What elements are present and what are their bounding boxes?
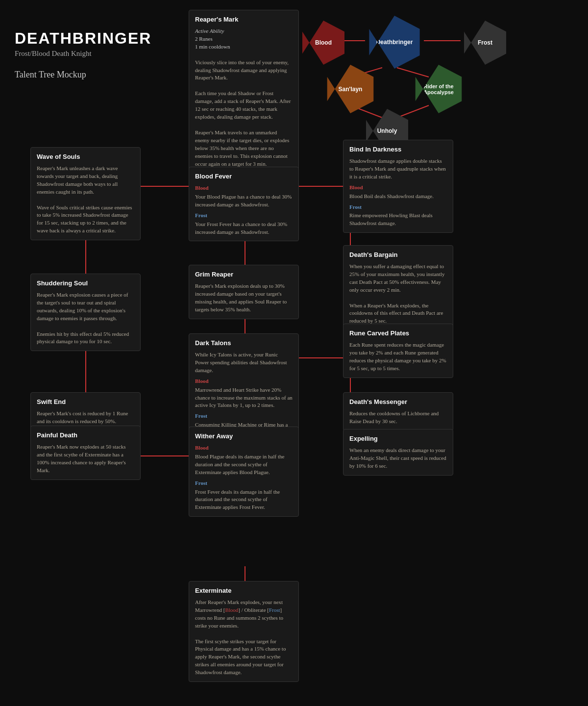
title-area: DEATHBRINGER Frost/Blood Death Knight Ta… [15, 29, 162, 80]
title-sub: Frost/Blood Death Knight [15, 50, 162, 58]
svg-line-5 [397, 105, 429, 118]
hex-rider-apocalypse[interactable]: Rider of the Apocalypse [412, 65, 466, 113]
hex-deathbringer[interactable]: Deathbringer [365, 16, 424, 69]
bind-in-darkness-card: Bind In Darkness Shadowfrost damage appl… [343, 140, 453, 233]
grim-reaper-card: Grim Reaper Reaper's Mark explosion deal… [189, 265, 299, 319]
hex-frost[interactable]: Frost [461, 21, 510, 65]
shuddering-soul-card: Shuddering Soul Reaper's Mark explosion … [30, 274, 141, 351]
painful-death-card: Painful Death Reaper's Mark now explodes… [30, 426, 141, 480]
hex-sanlayn[interactable]: San'layn [323, 65, 377, 113]
exterminate-card: Exterminate After Reaper's Mark explodes… [189, 581, 299, 682]
deaths-bargain-card: Death's Bargain When you suffer a damagi… [343, 245, 453, 330]
svg-line-3 [397, 68, 429, 77]
reapers-mark-card: Reaper's Mark Active Ability 2 Runes 1 m… [189, 10, 299, 174]
wither-away-card: Wither Away Blood Blood Plague deals its… [189, 427, 299, 517]
title-main: DEATHBRINGER [15, 29, 162, 48]
deaths-messenger-card: Death's Messenger Reduces the cooldowns … [343, 392, 453, 431]
wave-of-souls-card: Wave of Souls Reaper's Mark unleashes a … [30, 147, 141, 240]
hex-blood[interactable]: Blood [299, 21, 348, 65]
title-mockup: Talent Tree Mockup [15, 70, 162, 80]
blood-fever-card: Blood Fever Blood Your Blood Plague has … [189, 167, 299, 241]
swift-end-card: Swift End Reaper's Mark's cost is reduce… [30, 392, 141, 431]
expelling-card: Expelling When an enemy deals direct dam… [343, 429, 453, 476]
rune-carved-plates-card: Rune Carved Plates Each Rune spent reduc… [343, 324, 453, 378]
